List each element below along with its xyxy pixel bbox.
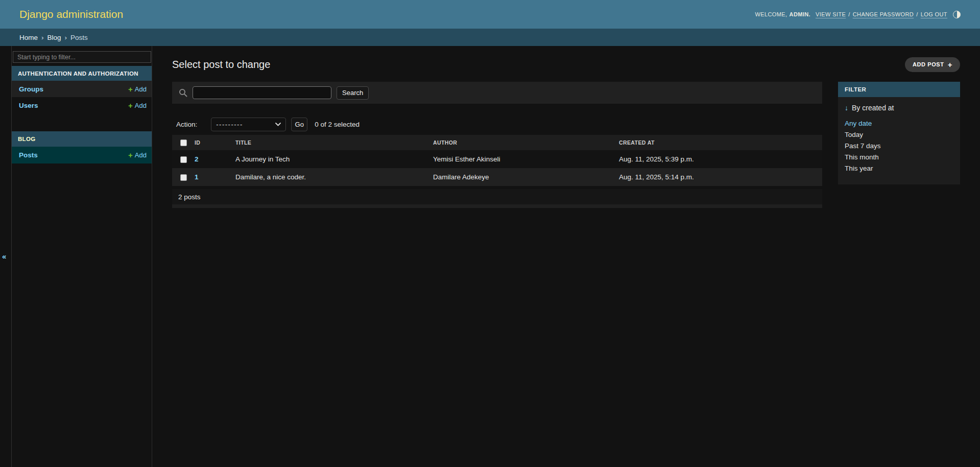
chevron-down-icon	[275, 123, 281, 126]
log-out-link[interactable]: LOG OUT	[921, 11, 947, 17]
plus-icon: +	[128, 85, 133, 93]
plus-icon: +	[128, 151, 133, 159]
add-post-button[interactable]: ADD POST +	[905, 57, 960, 72]
auth-section-header: AUTHENTICATION AND AUTHORIZATION	[12, 66, 152, 81]
breadcrumb-blog[interactable]: Blog	[47, 34, 61, 41]
breadcrumb-separator: ›	[65, 34, 67, 41]
add-user-link[interactable]: + Add	[128, 102, 147, 109]
action-select[interactable]: ---------	[211, 118, 286, 131]
theme-toggle-icon[interactable]	[953, 11, 961, 18]
filter-options-list: Any date Today Past 7 days This month Th	[845, 119, 953, 173]
user-tools: WELCOME, ADMIN. VIEW SITE / CHANGE PASSW…	[755, 11, 961, 18]
filter-option-this-month: This month	[845, 153, 953, 161]
sidebar-filter-input[interactable]	[13, 51, 151, 63]
sidebar-item-groups: Groups + Add	[12, 81, 152, 97]
filter-panel: FILTER ↓ By created at Any date Today	[838, 82, 960, 184]
changelist: Search Action: --------- Go 0 of 2 selec…	[172, 82, 822, 208]
blog-section-header: BLOG	[12, 131, 152, 147]
filter-option-past-7-days: Past 7 days	[845, 142, 953, 150]
select-all-checkbox[interactable]	[180, 139, 187, 146]
filter-option-any-date: Any date	[845, 119, 953, 128]
post-title-cell: A Journey in Tech	[235, 150, 433, 168]
filter-group-created-at: ↓ By created at	[845, 104, 953, 112]
actions-row: Action: --------- Go 0 of 2 selected	[172, 118, 822, 131]
page-title: Select post to change	[172, 59, 270, 71]
table-row: 2 A Journey in Tech Yemisi Esther Akinse…	[172, 150, 822, 168]
change-password-link[interactable]: CHANGE PASSWORD	[853, 11, 914, 17]
users-link[interactable]: Users	[19, 102, 38, 109]
main-content: Select post to change ADD POST + Search	[152, 46, 980, 467]
column-header-id[interactable]: ID	[195, 135, 235, 150]
action-label: Action:	[176, 121, 197, 128]
selection-counter: 0 of 2 selected	[315, 121, 360, 128]
post-id-link[interactable]: 1	[195, 173, 199, 181]
post-created-cell: Aug. 11, 2025, 5:39 p.m.	[619, 150, 822, 168]
row-checkbox[interactable]	[180, 156, 187, 163]
breadcrumb: Home › Blog › Posts	[0, 29, 980, 46]
column-header-author[interactable]: AUTHOR	[433, 135, 619, 150]
auth-section-link[interactable]: AUTHENTICATION AND AUTHORIZATION	[18, 71, 138, 77]
breadcrumb-current: Posts	[70, 34, 88, 41]
search-toolbar: Search	[172, 82, 822, 104]
search-icon	[179, 88, 187, 97]
post-created-cell: Aug. 11, 2025, 5:14 p.m.	[619, 168, 822, 186]
breadcrumb-home[interactable]: Home	[19, 34, 38, 41]
post-count: 2 posts	[178, 193, 201, 201]
welcome-text: WELCOME,	[755, 11, 787, 17]
sidebar-module-blog: BLOG Posts + Add	[12, 131, 152, 164]
table-header-row: ID TITLE AUTHOR CREATED AT	[172, 135, 822, 150]
table-row: 1 Damilare, a nice coder. Damilare Adeke…	[172, 168, 822, 186]
filter-panel-title: FILTER	[838, 82, 960, 97]
post-author-cell: Damilare Adekeye	[433, 168, 619, 186]
collapse-sidebar-icon[interactable]: «	[2, 252, 6, 261]
column-header-title[interactable]: TITLE	[235, 135, 433, 150]
sidebar-module-auth: AUTHENTICATION AND AUTHORIZATION Groups …	[12, 66, 152, 114]
search-input[interactable]	[193, 86, 331, 99]
search-button[interactable]: Search	[337, 86, 369, 100]
username: ADMIN.	[790, 11, 811, 17]
go-button[interactable]: Go	[291, 118, 307, 131]
header-bar: Django administration WELCOME, ADMIN. VI…	[0, 0, 980, 29]
view-site-link[interactable]: VIEW SITE	[816, 11, 846, 17]
nav-sidebar: AUTHENTICATION AND AUTHORIZATION Groups …	[12, 46, 152, 467]
post-title-cell: Damilare, a nice coder.	[235, 168, 433, 186]
add-group-link[interactable]: + Add	[128, 85, 147, 93]
filter-option-today: Today	[845, 130, 953, 139]
blog-section-link[interactable]: BLOG	[18, 136, 35, 142]
breadcrumb-separator: ›	[41, 34, 44, 41]
sort-arrow-icon[interactable]: ↓	[845, 104, 848, 112]
changelist-footer	[172, 204, 822, 208]
row-checkbox[interactable]	[180, 174, 187, 181]
column-header-created-at[interactable]: CREATED AT	[619, 135, 822, 150]
separator: /	[848, 11, 850, 17]
post-id-link[interactable]: 2	[195, 155, 199, 163]
post-author-cell: Yemisi Esther Akinseli	[433, 150, 619, 168]
groups-link[interactable]: Groups	[19, 85, 43, 93]
plus-icon: +	[948, 60, 952, 69]
posts-link[interactable]: Posts	[19, 151, 38, 159]
filter-option-this-year: This year	[845, 164, 953, 173]
separator: /	[916, 11, 918, 17]
plus-icon: +	[128, 102, 133, 109]
sidebar-item-users: Users + Add	[12, 97, 152, 114]
site-title[interactable]: Django administration	[19, 8, 123, 20]
sidebar-toggle-strip: «	[0, 46, 12, 467]
results-table: ID TITLE AUTHOR CREATED AT 2 A Journey i…	[172, 135, 822, 186]
sidebar-item-posts: Posts + Add	[12, 147, 152, 164]
paginator: 2 posts	[172, 189, 822, 204]
add-post-link[interactable]: + Add	[128, 151, 147, 159]
